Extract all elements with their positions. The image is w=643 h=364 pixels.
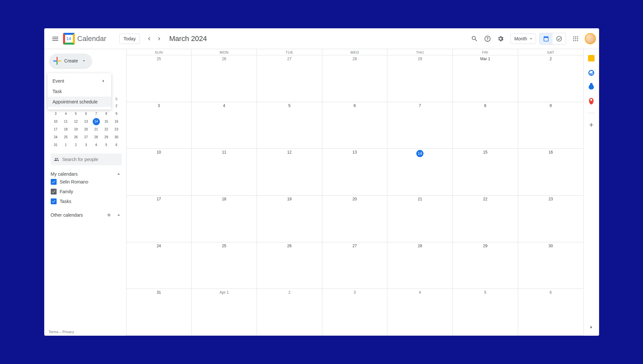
day-cell[interactable]: 27 (322, 242, 388, 289)
day-cell[interactable]: 2 (257, 289, 322, 336)
mini-day[interactable]: 1 (62, 142, 69, 149)
mini-day[interactable]: 10 (52, 118, 59, 125)
day-cell[interactable]: 5 (453, 289, 518, 336)
mini-day[interactable]: 24 (52, 134, 59, 141)
day-cell[interactable]: 14 (387, 149, 453, 195)
add-addon-button[interactable] (588, 122, 595, 129)
mini-day[interactable]: 5 (103, 142, 110, 149)
create-button[interactable]: Create (49, 54, 92, 68)
menu-item-appointment[interactable]: Appointment schedule (47, 97, 111, 107)
mini-day[interactable]: 22 (103, 126, 110, 133)
day-cell[interactable]: 16 (518, 149, 583, 195)
mini-day[interactable]: 2 (113, 102, 120, 110)
day-cell[interactable]: Mar 1 (453, 55, 518, 102)
day-cell[interactable]: 13 (322, 149, 388, 195)
mini-day[interactable]: 29 (103, 134, 110, 141)
day-cell[interactable]: 12 (257, 149, 322, 195)
my-calendars-header[interactable]: My calendars (51, 171, 122, 177)
calendar-item[interactable]: Tasks (51, 196, 122, 206)
day-cell[interactable]: Apr 1 (192, 289, 257, 336)
checkbox[interactable] (51, 179, 57, 185)
today-button[interactable]: Today (119, 34, 140, 44)
day-cell[interactable]: 3 (322, 289, 388, 336)
mini-day[interactable]: 13 (82, 118, 89, 125)
menu-item-task[interactable]: Task (47, 86, 111, 97)
search-button[interactable] (468, 32, 481, 45)
day-cell[interactable]: 10 (127, 149, 192, 195)
day-cell[interactable]: 4 (387, 289, 453, 336)
mini-day[interactable]: 7 (93, 110, 100, 117)
day-cell[interactable]: 31 (127, 289, 192, 336)
day-cell[interactable]: 15 (453, 149, 518, 195)
tasks-icon[interactable] (588, 70, 594, 76)
day-cell[interactable]: 5 (257, 102, 322, 149)
mini-day[interactable]: 2 (72, 142, 79, 149)
day-cell[interactable]: 18 (192, 195, 257, 242)
main-menu-button[interactable] (47, 31, 63, 47)
checkbox[interactable] (51, 198, 57, 204)
search-people-input[interactable] (62, 157, 118, 162)
day-cell[interactable]: 22 (453, 195, 518, 242)
next-month-button[interactable] (154, 34, 165, 44)
day-cell[interactable]: 27 (257, 55, 322, 102)
day-cell[interactable]: 25 (127, 55, 192, 102)
maps-icon[interactable] (589, 98, 594, 104)
prev-month-button[interactable] (144, 34, 154, 44)
day-cell[interactable]: 11 (192, 149, 257, 195)
day-cell[interactable]: 3 (127, 102, 192, 149)
logo[interactable]: 14 Calendar (63, 33, 106, 45)
mini-day[interactable]: 21 (93, 126, 100, 133)
mini-day[interactable]: 4 (62, 110, 69, 117)
mini-day[interactable]: 28 (93, 134, 100, 141)
calendar-item[interactable]: Family (51, 187, 122, 196)
privacy-link[interactable]: Privacy (62, 330, 74, 334)
mini-day[interactable]: 12 (72, 118, 79, 125)
mini-day[interactable]: 6 (82, 110, 89, 117)
checkbox[interactable] (51, 189, 57, 195)
mini-day[interactable]: 26 (72, 134, 79, 141)
mini-day[interactable]: 15 (103, 118, 110, 125)
mini-day[interactable]: 18 (62, 126, 69, 133)
day-cell[interactable]: 24 (127, 242, 192, 289)
mini-day[interactable]: 4 (93, 142, 100, 149)
day-cell[interactable]: 6 (518, 289, 583, 336)
calendar-item[interactable]: Selin Romano (51, 177, 122, 187)
mini-day[interactable]: 11 (62, 118, 69, 125)
mini-day[interactable]: 6 (113, 142, 120, 149)
mini-day[interactable]: 30 (113, 134, 120, 141)
day-cell[interactable]: 9 (518, 102, 583, 149)
view-selector[interactable]: Month (510, 34, 536, 44)
day-cell[interactable]: 29 (387, 55, 453, 102)
menu-item-event[interactable]: Event (47, 76, 111, 86)
day-cell[interactable]: 21 (387, 195, 453, 242)
mini-day[interactable]: 27 (82, 134, 89, 141)
day-cell[interactable]: 6 (322, 102, 388, 149)
other-calendars-header[interactable]: Other calendars (51, 212, 122, 218)
day-cell[interactable]: 2 (518, 55, 583, 102)
mini-day[interactable]: 9 (113, 110, 120, 117)
day-cell[interactable]: 30 (518, 242, 583, 289)
day-cell[interactable]: 29 (453, 242, 518, 289)
mini-day[interactable]: 17 (52, 126, 59, 133)
contacts-icon[interactable] (589, 84, 594, 89)
settings-button[interactable] (494, 32, 507, 45)
search-people[interactable] (51, 154, 122, 165)
day-cell[interactable]: 28 (322, 55, 388, 102)
terms-link[interactable]: Terms (49, 330, 59, 334)
mini-day[interactable]: 23 (113, 126, 120, 133)
day-cell[interactable]: 4 (192, 102, 257, 149)
day-cell[interactable]: 17 (127, 195, 192, 242)
plus-icon[interactable] (106, 212, 112, 218)
keep-icon[interactable] (588, 55, 595, 61)
day-cell[interactable]: 26 (192, 55, 257, 102)
google-apps-button[interactable] (569, 32, 582, 45)
tasks-view-button[interactable] (553, 33, 566, 44)
day-cell[interactable]: 26 (257, 242, 322, 289)
help-button[interactable] (481, 32, 494, 45)
mini-day[interactable]: 31 (52, 142, 59, 149)
day-cell[interactable]: 28 (387, 242, 453, 289)
account-avatar[interactable] (585, 33, 596, 44)
mini-day[interactable]: 14 (93, 118, 100, 125)
day-cell[interactable]: 19 (257, 195, 322, 242)
day-cell[interactable]: 20 (322, 195, 388, 242)
